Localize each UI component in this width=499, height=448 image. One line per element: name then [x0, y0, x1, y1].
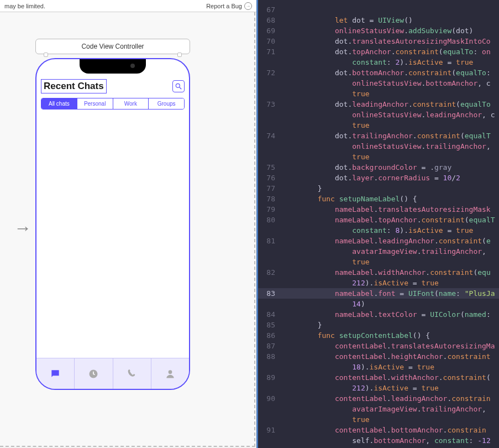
- code-text: self.bottomAnchor, constant: -12: [283, 435, 499, 446]
- tab-groups[interactable]: Groups: [149, 98, 184, 109]
- code-line[interactable]: 81 nameLabel.leadingAnchor.constraint(e: [256, 236, 499, 246]
- resize-handle-icon[interactable]: →: [14, 218, 31, 238]
- code-line[interactable]: 68 let dot = UIView(): [256, 15, 499, 25]
- code-line[interactable]: 88 contentLabel.heightAnchor.constraint: [256, 351, 499, 362]
- header-left-text: may be limited.: [4, 3, 206, 9]
- code-line[interactable]: 86 func setupContentLabel() {: [256, 330, 499, 341]
- code-line[interactable]: 89 contentLabel.widthAnchor.constraint(: [256, 372, 499, 383]
- code-line[interactable]: self.bottomAnchor, constant: -12: [256, 435, 499, 446]
- code-text: }: [283, 320, 499, 330]
- chat-icon: [50, 368, 61, 379]
- tab-personal[interactable]: Personal: [77, 98, 113, 109]
- code-text: dot.topAnchor.constraint(equalTo: on: [283, 46, 499, 57]
- code-line[interactable]: 212).isActive = true: [256, 278, 499, 288]
- code-text: constant: 8).isActive = true: [283, 225, 499, 236]
- code-line[interactable]: avatarImageView.trailingAnchor,: [256, 404, 499, 414]
- person-icon: [165, 368, 176, 379]
- report-bug-button[interactable]: Report a Bug →: [206, 2, 252, 10]
- svg-point-0: [176, 84, 180, 87]
- line-number: 84: [256, 309, 283, 320]
- line-number: 91: [256, 425, 283, 435]
- code-line[interactable]: 84 nameLabel.textColor = UIColor(named:: [256, 309, 499, 320]
- code-line[interactable]: 74 dot.trailingAnchor.constraint(equalT: [256, 131, 499, 141]
- code-line[interactable]: 76 dot.layer.cornerRadius = 10/2: [256, 173, 499, 183]
- line-number: [256, 57, 283, 67]
- line-number: 77: [256, 183, 283, 194]
- code-line[interactable]: constant: 8).isActive = true: [256, 225, 499, 236]
- code-line[interactable]: 14): [256, 299, 499, 309]
- nav-history[interactable]: [75, 358, 113, 389]
- code-line[interactable]: 79 nameLabel.translatesAutoresizingMask: [256, 204, 499, 215]
- code-text: avatarImageView.trailingAnchor,: [283, 246, 499, 257]
- code-text: contentLabel.leadingAnchor.constrain: [283, 393, 499, 404]
- code-line[interactable]: true: [256, 88, 499, 99]
- line-number: [256, 246, 283, 257]
- code-line[interactable]: 82 nameLabel.widthAnchor.constraint(equ: [256, 267, 499, 278]
- line-number: [256, 278, 283, 288]
- code-line[interactable]: onlineStatusView.leadingAnchor, c: [256, 110, 499, 120]
- tab-work[interactable]: Work: [113, 98, 149, 109]
- tab-all-chats[interactable]: All chats: [41, 98, 77, 109]
- code-text: let dot = UIView(): [283, 15, 499, 25]
- code-line[interactable]: 71 dot.topAnchor.constraint(equalTo: on: [256, 46, 499, 57]
- code-line[interactable]: 91 contentLabel.bottomAnchor.constrain: [256, 425, 499, 435]
- preview-header: may be limited. Report a Bug →: [0, 0, 256, 12]
- nav-profile[interactable]: [151, 358, 189, 389]
- line-number: 87: [256, 341, 283, 351]
- line-number: [256, 299, 283, 309]
- code-line[interactable]: 75 dot.backgroundColor = .gray: [256, 162, 499, 173]
- code-text: onlineStatusView.bottomAnchor, c: [283, 78, 499, 88]
- code-line[interactable]: true: [256, 120, 499, 131]
- code-text: contentLabel.heightAnchor.constraint: [283, 351, 499, 362]
- line-number: 67: [256, 4, 283, 15]
- line-number: [256, 414, 283, 425]
- code-line[interactable]: avatarImageView.trailingAnchor,: [256, 246, 499, 257]
- code-text: true: [283, 120, 499, 131]
- nav-chat[interactable]: [36, 358, 75, 389]
- chat-heading[interactable]: Recent Chats: [41, 79, 107, 93]
- svg-line-1: [180, 87, 182, 90]
- code-text: nameLabel.topAnchor.constraint(equalT: [283, 215, 499, 225]
- code-line[interactable]: 90 contentLabel.leadingAnchor.constrain: [256, 393, 499, 404]
- code-text: onlineStatusView.leadingAnchor, c: [283, 110, 499, 120]
- code-line[interactable]: 73 dot.leadingAnchor.constraint(equalTo: [256, 99, 499, 110]
- code-text: 212).isActive = true: [283, 278, 499, 288]
- code-line[interactable]: 67: [256, 4, 499, 15]
- code-line[interactable]: 72 dot.bottomAnchor.constraint(equalTo:: [256, 67, 499, 78]
- arrow-right-icon: →: [244, 2, 252, 10]
- line-number: [256, 225, 283, 236]
- line-number: 82: [256, 267, 283, 278]
- code-text: nameLabel.widthAnchor.constraint(equ: [283, 267, 499, 278]
- code-line[interactable]: 18).isActive = true: [256, 362, 499, 372]
- nav-calls[interactable]: [113, 358, 151, 389]
- code-text: nameLabel.translatesAutoresizingMask: [283, 204, 499, 215]
- code-line[interactable]: 69 onlineStatusView.addSubview(dot): [256, 25, 499, 36]
- code-line[interactable]: 212).isActive = true: [256, 383, 499, 393]
- line-number: 90: [256, 393, 283, 404]
- line-number: 70: [256, 36, 283, 46]
- phone-notch: [80, 59, 146, 74]
- line-number: 69: [256, 25, 283, 36]
- line-number: [256, 110, 283, 120]
- code-line[interactable]: constant: 2).isActive = true: [256, 57, 499, 67]
- code-line[interactable]: 85 }: [256, 320, 499, 330]
- code-line[interactable]: true: [256, 257, 499, 267]
- line-number: 76: [256, 173, 283, 183]
- code-line[interactable]: 78 func setupNameLabel() {: [256, 194, 499, 204]
- code-text: func setupNameLabel() {: [283, 194, 499, 204]
- code-line[interactable]: true: [256, 152, 499, 162]
- line-number: 86: [256, 330, 283, 341]
- line-number: 80: [256, 215, 283, 225]
- controller-label[interactable]: Code View Controller: [35, 39, 190, 54]
- code-line[interactable]: 87 contentLabel.translatesAutoresizingMa: [256, 341, 499, 351]
- code-line[interactable]: true: [256, 414, 499, 425]
- code-line[interactable]: 83 nameLabel.font = UIFont(name: "PlusJa: [256, 288, 499, 299]
- line-number: [256, 141, 283, 152]
- search-button[interactable]: [172, 80, 185, 92]
- code-line[interactable]: onlineStatusView.bottomAnchor, c: [256, 78, 499, 88]
- code-line[interactable]: onlineStatusView.trailingAnchor,: [256, 141, 499, 152]
- code-line[interactable]: 70 dot.translatesAutoresizingMaskIntoCo: [256, 36, 499, 46]
- code-line[interactable]: 80 nameLabel.topAnchor.constraint(equalT: [256, 215, 499, 225]
- code-editor[interactable]: 67 68 let dot = UIView()69 onlineStatusV…: [256, 0, 499, 448]
- code-line[interactable]: 77 }: [256, 183, 499, 194]
